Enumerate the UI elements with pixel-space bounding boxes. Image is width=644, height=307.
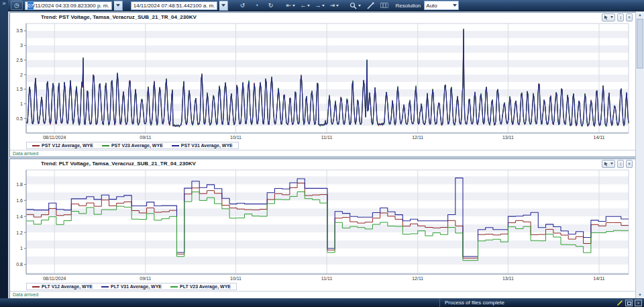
series-color-swatch [102,145,109,146]
close-window-icon[interactable]: × [635,300,642,306]
start-datetime-dropdown[interactable] [114,1,123,11]
pan-back-button[interactable]: ← [299,1,311,10]
end-datetime-dropdown[interactable] [219,1,228,11]
chevron-down-icon [453,4,457,7]
pst-legend-row: PST V12 Average, WYE PST V23 Average, WY… [26,141,635,150]
pan-forward-button[interactable]: → [313,1,326,10]
series-color-swatch [170,286,178,288]
expand-panel-chevron-icon[interactable]: » [0,0,8,7]
pst-panel-header: Trend: PST Voltage, Tamsa_Veracruz_SUB_2… [10,13,635,21]
svg-text:12/11: 12/11 [412,276,423,281]
close-icon: × [628,15,631,20]
fit-vertical-button[interactable]: ↕ [617,160,624,168]
scroll-down-icon[interactable]: ▼ [636,292,644,298]
close-icon: × [628,161,631,167]
svg-text:14/11: 14/11 [594,276,605,281]
svg-text:1.2: 1.2 [16,230,23,235]
svg-text:12/11: 12/11 [412,135,423,140]
svg-text:08/11/2024: 08/11/2024 [43,135,66,140]
pan-to-end-button[interactable]: ⇥ [328,1,340,10]
svg-text:1: 1 [20,101,23,106]
chevron-down-icon [336,5,339,7]
zoom-window-time-icon[interactable]: ◔ [250,1,262,10]
svg-text:1: 1 [20,246,23,251]
end-datetime-input[interactable]: 14/11/2024 07:48:51.442100 a. m. [131,1,218,10]
plt-status-text: Data arrived [10,291,635,298]
pst-trend-chart[interactable]: 08/11/202409/1110/1111/1112/1113/1114/11… [10,21,631,141]
svg-text:1.5: 1.5 [16,87,23,91]
chevron-down-icon [322,5,325,7]
pen-tool-icon[interactable] [364,1,376,10]
svg-text:10/11: 10/11 [230,276,241,281]
vertical-scrollbar[interactable]: ▲ ▼ [635,11,644,298]
legend-item: PST V23 Average, WYE [102,143,163,148]
pen-icon [367,2,374,9]
resolution-grid-icon[interactable] [378,1,390,10]
series-color-swatch [172,145,179,146]
svg-text:2: 2 [20,73,23,77]
plt-legend-row: PLT V12 Average, WYE PLT V31 Average, WY… [26,282,635,291]
clock-icon[interactable]: ◷ [11,1,23,10]
chevron-down-icon [292,5,295,7]
series-color-swatch [32,145,40,146]
statusbar-message: Process of files complete [445,300,504,306]
pan-to-start-button[interactable]: ⇤ [284,1,297,10]
plt-trend-panel: Trend: PLT Voltage, Tamsa_Veracruz_SUB_2… [9,159,636,299]
plt-panel-title: Trend: PLT Voltage, Tamsa_Veracruz_SUB_2… [41,161,196,167]
svg-text:13/11: 13/11 [502,276,514,281]
chevron-down-icon [358,5,361,7]
pointer-icon [604,161,609,167]
svg-text:1.6: 1.6 [16,198,23,203]
magnifier-icon[interactable] [348,1,362,10]
end-datetime-value: 14/11/2024 07:48:51.442100 a. m. [133,2,215,9]
plt-panel-header: Trend: PLT Voltage, Tamsa_Veracruz_SUB_2… [10,159,635,168]
resolution-value: Auto [426,2,437,9]
svg-text:3.5: 3.5 [16,28,23,33]
scroll-up-icon[interactable]: ▲ [636,11,644,18]
legend-item: PLT V12 Average, WYE [32,284,93,289]
main-toolbar: ◷ 07/11/2024 04:33:09.823300 p. m. 14/11… [8,0,644,11]
start-datetime-selected-segment: 07 [28,2,34,9]
svg-text:13/11: 13/11 [502,135,514,140]
svg-text:0.8: 0.8 [16,262,23,267]
start-datetime-rest: /11/2024 04:33:09.823300 p. m. [34,2,109,9]
svg-text:1.8: 1.8 [16,182,23,187]
chevron-down-icon [610,16,613,18]
chevron-down-icon [116,4,120,7]
close-panel-button[interactable]: × [626,160,633,168]
application-statusbar: Process of files complete × [0,298,644,307]
cursor-mode-button[interactable] [602,160,615,168]
close-panel-button[interactable]: × [626,13,633,21]
pst-status-text: Data arrived [10,150,635,157]
svg-text:1.4: 1.4 [16,214,23,219]
zoom-out-time-icon[interactable]: ↺ [236,1,248,10]
up-down-arrows-icon: ↕ [619,161,622,167]
legend-item: PST V12 Average, WYE [32,143,93,148]
legend-item: PLT V31 Average, WYE [101,284,162,289]
svg-text:09/11: 09/11 [140,276,151,281]
start-datetime-input[interactable]: 07/11/2024 04:33:09.823300 p. m. [25,1,112,10]
svg-text:3: 3 [20,43,23,48]
series-color-swatch [32,286,40,288]
grid-icon [380,2,388,9]
cursor-mode-button[interactable] [602,13,615,21]
svg-text:2.5: 2.5 [16,58,23,62]
up-down-arrows-icon: ↕ [619,15,622,20]
chevron-down-icon [610,163,613,165]
resolution-select[interactable]: Auto [424,1,459,10]
zoom-in-time-icon[interactable]: ↻ [264,1,276,10]
chevron-down-icon [221,4,225,7]
pencil-icon[interactable] [616,300,623,306]
fit-vertical-button[interactable]: ↕ [617,13,624,21]
plt-trend-chart[interactable]: 08/11/202409/1110/1111/1112/1113/1114/11… [10,168,631,282]
resolution-label: Resolution [395,3,421,9]
collapsed-side-panel[interactable]: » [0,0,8,307]
legend-item: PLT V23 Average, WYE [170,284,231,289]
scrollbar-thumb[interactable] [637,19,643,69]
series-color-swatch [101,286,109,288]
plt-legend: PLT V12 Average, WYE PLT V31 Average, WY… [26,283,237,290]
svg-text:14/11: 14/11 [594,135,605,140]
restore-window-icon[interactable] [625,300,633,306]
search-icon [350,2,357,9]
svg-text:0.5: 0.5 [16,116,23,121]
